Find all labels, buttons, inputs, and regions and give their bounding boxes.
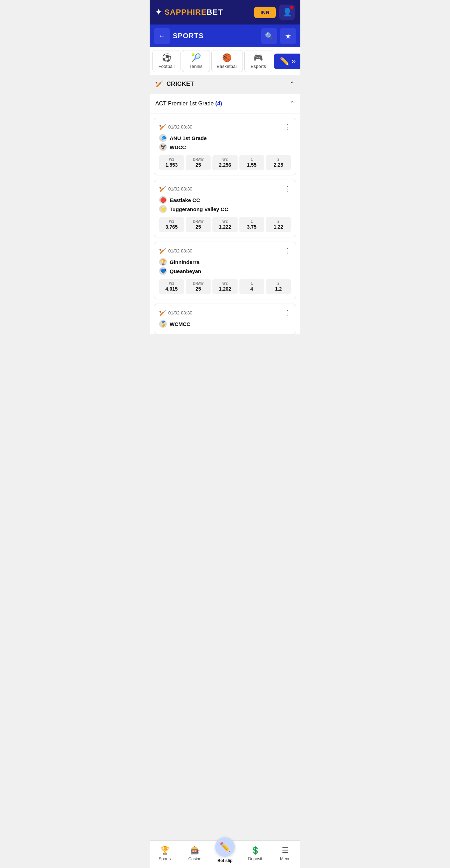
odds-btn-w1-3[interactable]: W1 4.015 xyxy=(159,279,184,294)
match-header-2: 🏏 01/02 08:30 ⋮ xyxy=(159,185,291,193)
logo-text-sapphire: SAPPHIRE xyxy=(164,8,206,16)
team2-logo-2: 🌟 xyxy=(159,205,167,213)
cricket-section-title: CRICKET xyxy=(166,81,286,88)
match-card-4: 🏏 01/02 08:30 ⋮ 🏅 WCMCC xyxy=(154,304,296,334)
tab-more[interactable]: ✏️ » xyxy=(274,54,300,69)
star-icon: ★ xyxy=(285,32,291,40)
odds-btn-w1-2[interactable]: W1 3.765 xyxy=(159,217,184,232)
esports-icon: 🎮 xyxy=(253,53,263,62)
team2-name-1: WDCC xyxy=(170,144,186,150)
nav-betslip[interactable]: ✏️ Bet slip xyxy=(214,844,236,863)
team1-name-2: Eastlake CC xyxy=(170,197,200,203)
odds-label-w1-2: W1 xyxy=(169,220,174,223)
league-name: ACT Premier 1st Grade xyxy=(155,100,214,106)
user-avatar-button[interactable]: 👤 xyxy=(279,5,295,20)
more-options-4[interactable]: ⋮ xyxy=(285,309,291,317)
odds-btn-w2-3[interactable]: W2 1.202 xyxy=(212,279,237,294)
odds-btn-w1-1[interactable]: W1 1.553 xyxy=(159,155,184,170)
team1-logo-4: 🏅 xyxy=(159,320,167,328)
match-header-1: 🏏 01/02 08:30 ⋮ xyxy=(159,123,291,131)
more-options-2[interactable]: ⋮ xyxy=(285,185,291,193)
odds-value-w2-1: 2.256 xyxy=(219,162,231,168)
odds-value-2-2: 1.22 xyxy=(274,224,283,230)
odds-label-w2-1: W2 xyxy=(222,158,227,161)
odds-value-w2-2: 1.222 xyxy=(219,224,231,230)
content-scroll: 🏏 CRICKET ⌃ ACT Premier 1st Grade (4) ⌃ … xyxy=(150,75,300,367)
betslip-icon: ✏️ xyxy=(219,842,231,853)
odds-label-2-2: 2 xyxy=(278,220,280,223)
search-button[interactable]: 🔍 xyxy=(261,28,277,44)
team1-name-3: Ginninderra xyxy=(170,259,199,265)
team1-row-2: 🔴 Eastlake CC xyxy=(159,196,291,204)
odds-btn-2-1[interactable]: 2 2.25 xyxy=(266,155,291,170)
odds-value-2-3: 1.2 xyxy=(275,286,282,292)
odds-btn-draw-2[interactable]: DRAW 25 xyxy=(186,217,211,232)
team2-row-3: 💙 Queanbeyan xyxy=(159,267,291,275)
team2-logo-3: 💙 xyxy=(159,267,167,275)
team1-row-4: 🏅 WCMCC xyxy=(159,320,291,328)
nav-casino-label: Casino xyxy=(188,856,201,861)
nav-title: SPORTS xyxy=(173,32,258,40)
match-header-4: 🏏 01/02 08:30 ⋮ xyxy=(159,309,291,317)
team1-logo-1: 🧢 xyxy=(159,134,167,142)
tab-esports-label: Esports xyxy=(251,64,266,69)
currency-button[interactable]: INR xyxy=(254,7,276,18)
nav-sports-label: Sports xyxy=(159,856,171,861)
tab-tennis-label: Tennis xyxy=(189,64,203,69)
odds-label-2-3: 2 xyxy=(278,282,280,285)
odds-btn-2-2[interactable]: 2 1.22 xyxy=(266,217,291,232)
odds-grid-2: W1 3.765 DRAW 25 W2 1.222 1 3.75 2 1.2 xyxy=(159,217,291,232)
match-header-3: 🏏 01/02 08:30 ⋮ xyxy=(159,247,291,255)
odds-btn-draw-3[interactable]: DRAW 25 xyxy=(186,279,211,294)
favorites-button[interactable]: ★ xyxy=(280,28,296,44)
nav-menu[interactable]: ☰ Menu xyxy=(275,846,296,861)
tab-esports[interactable]: 🎮 Esports xyxy=(244,50,272,72)
nav-menu-label: Menu xyxy=(280,856,291,861)
team2-name-2: Tuggeranong Valley CC xyxy=(170,206,228,212)
league-header: ACT Premier 1st Grade (4) ⌃ xyxy=(150,94,300,113)
match-time-row-2: 🏏 01/02 08:30 xyxy=(159,186,192,192)
odds-btn-w2-2[interactable]: W2 1.222 xyxy=(212,217,237,232)
nav-deposit[interactable]: 💲 Deposit xyxy=(245,846,266,861)
nav-sports[interactable]: 🏆 Sports xyxy=(154,846,175,861)
cricket-section-header: 🏏 CRICKET ⌃ xyxy=(150,75,300,93)
search-icon: 🔍 xyxy=(265,32,274,40)
user-icon: 👤 xyxy=(282,8,292,17)
bet-slip-circle: ✏️ xyxy=(215,837,235,857)
more-sports-icon: ✏️ » xyxy=(280,57,295,66)
odds-value-draw-3: 25 xyxy=(196,286,201,292)
match-time-3: 01/02 08:30 xyxy=(168,248,192,254)
more-options-1[interactable]: ⋮ xyxy=(285,123,291,131)
match-time-4: 01/02 08:30 xyxy=(168,310,192,315)
team1-name-4: WCMCC xyxy=(170,321,190,327)
odds-label-w1-3: W1 xyxy=(169,282,174,285)
odds-value-draw-1: 25 xyxy=(196,162,201,168)
odds-btn-1-1[interactable]: 1 1.55 xyxy=(239,155,264,170)
odds-label-1-3: 1 xyxy=(251,282,253,285)
odds-btn-2-3[interactable]: 2 1.2 xyxy=(266,279,291,294)
more-options-3[interactable]: ⋮ xyxy=(285,247,291,255)
odds-btn-1-2[interactable]: 1 3.75 xyxy=(239,217,264,232)
tab-football[interactable]: ⚽ Football xyxy=(152,50,180,72)
match-time-1: 01/02 08:30 xyxy=(168,124,192,130)
league-chevron[interactable]: ⌃ xyxy=(289,100,295,107)
odds-label-draw-3: DRAW xyxy=(193,282,204,285)
cricket-icon-3: 🏏 xyxy=(159,248,166,254)
tab-tennis[interactable]: 🎾 Tennis xyxy=(182,50,210,72)
odds-value-w1-2: 3.765 xyxy=(165,224,178,230)
nav-deposit-label: Deposit xyxy=(248,856,262,861)
tab-basketball[interactable]: 🏀 Basketball xyxy=(211,50,243,72)
logo-text-bet: BET xyxy=(207,8,223,16)
team2-logo-1: 🦅 xyxy=(159,143,167,151)
back-button[interactable]: ← xyxy=(154,28,170,44)
header-actions: INR 👤 xyxy=(254,5,295,20)
basketball-icon: 🏀 xyxy=(222,53,232,62)
main-content: ACT Premier 1st Grade (4) ⌃ 🏏 01/02 08:3… xyxy=(150,94,300,334)
team1-row-1: 🧢 ANU 1st Grade xyxy=(159,134,291,142)
odds-btn-draw-1[interactable]: DRAW 25 xyxy=(186,155,211,170)
sport-tabs: ⚽ Football 🎾 Tennis 🏀 Basketball 🎮 Espor… xyxy=(150,47,300,75)
odds-btn-1-3[interactable]: 1 4 xyxy=(239,279,264,294)
cricket-section-chevron[interactable]: ⌃ xyxy=(289,80,295,88)
nav-casino[interactable]: 🎰 Casino xyxy=(184,846,205,861)
odds-btn-w2-1[interactable]: W2 2.256 xyxy=(212,155,237,170)
